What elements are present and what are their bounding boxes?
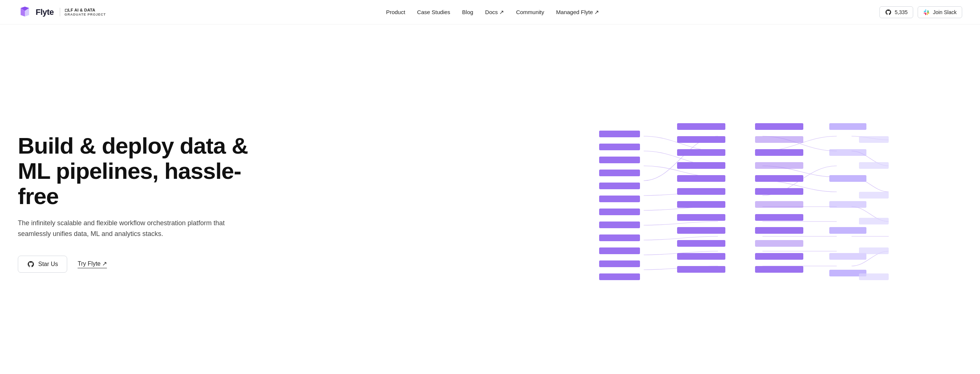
svg-rect-24 — [677, 240, 725, 247]
svg-rect-9 — [599, 209, 640, 215]
svg-rect-51 — [859, 273, 889, 280]
svg-rect-7 — [599, 182, 640, 189]
svg-rect-28 — [755, 136, 803, 143]
svg-rect-50 — [859, 247, 889, 254]
svg-rect-4 — [599, 144, 640, 150]
svg-rect-20 — [677, 188, 725, 195]
svg-rect-37 — [755, 253, 803, 260]
svg-rect-32 — [755, 188, 803, 195]
hero-section: Build & deploy data & ML pipelines, hass… — [0, 24, 980, 374]
nav-product[interactable]: Product — [386, 9, 406, 15]
svg-rect-13 — [599, 260, 640, 267]
svg-rect-38 — [755, 266, 803, 273]
svg-rect-48 — [859, 192, 889, 198]
hero-title: Build & deploy data & ML pipelines, hass… — [18, 133, 270, 209]
slack-icon — [923, 9, 930, 16]
try-flyte-link[interactable]: Try Flyte ↗ — [78, 260, 107, 268]
nav-managed-flyte[interactable]: Managed Flyte ↗ — [556, 9, 599, 16]
svg-rect-27 — [755, 123, 803, 130]
svg-rect-3 — [599, 131, 640, 137]
navbar-actions: 5,335 Join Slack — [880, 6, 962, 18]
pipeline-visualization — [449, 103, 980, 296]
svg-rect-26 — [677, 266, 725, 273]
svg-rect-22 — [677, 214, 725, 221]
github-count: 5,335 — [895, 9, 908, 15]
lf-top-text: ◻LF AI & DATA — [65, 8, 106, 13]
hero-visual — [449, 24, 980, 374]
svg-rect-12 — [599, 247, 640, 254]
join-slack-button[interactable]: Join Slack — [918, 6, 962, 18]
svg-rect-21 — [677, 201, 725, 208]
svg-rect-49 — [859, 218, 889, 225]
lf-bottom-text: GRADUATE PROJECT — [65, 13, 106, 17]
svg-rect-31 — [755, 175, 803, 182]
svg-rect-36 — [755, 240, 803, 247]
svg-rect-25 — [677, 253, 725, 260]
svg-rect-16 — [677, 136, 725, 143]
svg-rect-14 — [599, 273, 640, 280]
svg-rect-6 — [599, 170, 640, 176]
svg-rect-19 — [677, 175, 725, 182]
svg-rect-23 — [677, 227, 725, 234]
svg-rect-18 — [677, 162, 725, 169]
github-button[interactable]: 5,335 — [880, 6, 913, 18]
svg-rect-40 — [829, 149, 866, 156]
nav-community[interactable]: Community — [516, 9, 544, 15]
svg-rect-41 — [829, 175, 866, 182]
navbar-nav: Product Case Studies Blog Docs ↗ Communi… — [386, 9, 600, 16]
svg-rect-17 — [677, 149, 725, 156]
svg-rect-39 — [829, 123, 866, 130]
nav-case-studies[interactable]: Case Studies — [417, 9, 450, 15]
svg-rect-34 — [755, 214, 803, 221]
hero-actions: Star Us Try Flyte ↗ — [18, 256, 270, 273]
nav-blog[interactable]: Blog — [462, 9, 473, 15]
svg-rect-46 — [859, 136, 889, 143]
svg-rect-47 — [859, 162, 889, 169]
flyte-logo-icon — [18, 5, 32, 19]
svg-rect-30 — [755, 162, 803, 169]
hero-subtitle: The infinitely scalable and flexible wor… — [18, 218, 226, 239]
svg-rect-11 — [599, 235, 640, 241]
star-us-button[interactable]: Star Us — [18, 256, 67, 273]
svg-rect-10 — [599, 222, 640, 228]
lf-badge: ◻LF AI & DATA GRADUATE PROJECT — [60, 8, 106, 17]
svg-rect-42 — [829, 201, 866, 208]
svg-rect-29 — [755, 149, 803, 156]
svg-rect-35 — [755, 227, 803, 234]
github-star-icon — [27, 260, 35, 268]
star-label: Star Us — [38, 261, 58, 268]
github-icon — [885, 9, 892, 16]
navbar: Flyte ◻LF AI & DATA GRADUATE PROJECT Pro… — [0, 0, 980, 24]
logo-link[interactable]: Flyte — [18, 5, 54, 19]
nav-docs[interactable]: Docs ↗ — [485, 9, 504, 16]
hero-content: Build & deploy data & ML pipelines, hass… — [18, 133, 270, 273]
svg-rect-5 — [599, 157, 640, 163]
navbar-left: Flyte ◻LF AI & DATA GRADUATE PROJECT — [18, 5, 106, 19]
svg-rect-43 — [829, 227, 866, 234]
pipeline-svg — [449, 103, 980, 296]
slack-label: Join Slack — [933, 9, 957, 15]
svg-rect-8 — [599, 195, 640, 202]
svg-rect-15 — [677, 123, 725, 130]
svg-rect-33 — [755, 201, 803, 208]
logo-text: Flyte — [36, 8, 54, 17]
